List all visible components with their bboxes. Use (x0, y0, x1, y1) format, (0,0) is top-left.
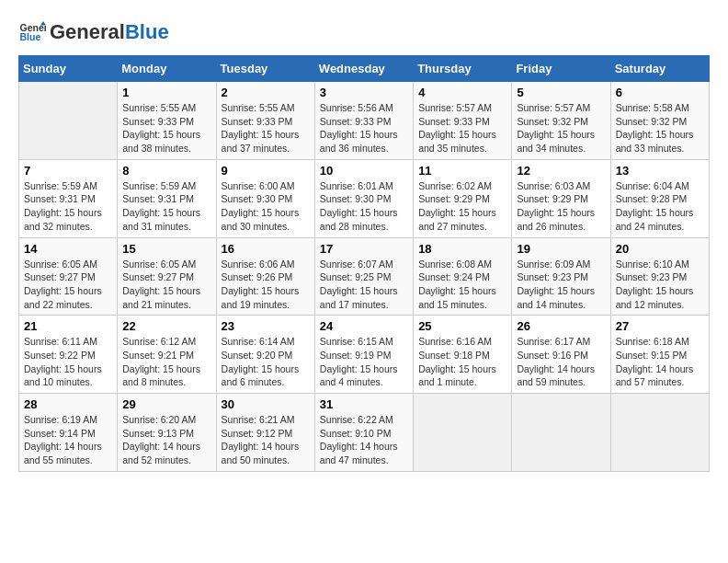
day-number: 13 (616, 164, 704, 178)
calendar-cell: 14Sunrise: 6:05 AM Sunset: 9:27 PM Dayli… (19, 237, 118, 316)
day-number: 6 (616, 86, 704, 99)
day-info: Sunrise: 6:08 AM Sunset: 9:24 PM Dayligh… (418, 258, 506, 312)
day-info: Sunrise: 6:12 AM Sunset: 9:21 PM Dayligh… (122, 335, 210, 389)
day-number: 10 (320, 164, 408, 178)
calendar-cell: 25Sunrise: 6:16 AM Sunset: 9:18 PM Dayli… (414, 316, 512, 394)
logo: General Blue GeneralBlue (18, 18, 169, 46)
day-number: 22 (122, 319, 210, 333)
day-number: 30 (222, 397, 310, 411)
day-number: 31 (320, 397, 408, 411)
logo-icon: General Blue (18, 18, 46, 46)
calendar-cell (414, 394, 512, 472)
day-number: 25 (418, 319, 506, 333)
week-row-3: 14Sunrise: 6:05 AM Sunset: 9:27 PM Dayli… (19, 237, 710, 316)
day-info: Sunrise: 6:17 AM Sunset: 9:16 PM Dayligh… (517, 335, 605, 389)
day-info: Sunrise: 5:55 AM Sunset: 9:33 PM Dayligh… (222, 101, 310, 155)
calendar-cell: 10Sunrise: 6:01 AM Sunset: 9:30 PM Dayli… (314, 159, 413, 237)
day-info: Sunrise: 6:20 AM Sunset: 9:13 PM Dayligh… (122, 413, 210, 467)
day-info: Sunrise: 5:59 AM Sunset: 9:31 PM Dayligh… (122, 179, 210, 234)
week-row-5: 28Sunrise: 6:19 AM Sunset: 9:14 PM Dayli… (19, 394, 710, 472)
day-info: Sunrise: 5:58 AM Sunset: 9:32 PM Dayligh… (616, 101, 704, 155)
day-info: Sunrise: 6:19 AM Sunset: 9:14 PM Dayligh… (24, 413, 112, 467)
calendar-cell: 3Sunrise: 5:56 AM Sunset: 9:33 PM Daylig… (314, 82, 413, 160)
week-row-1: 1Sunrise: 5:55 AM Sunset: 9:33 PM Daylig… (19, 82, 710, 160)
day-info: Sunrise: 5:57 AM Sunset: 9:32 PM Dayligh… (517, 101, 605, 155)
calendar-cell: 19Sunrise: 6:09 AM Sunset: 9:23 PM Dayli… (512, 237, 610, 316)
day-number: 20 (616, 242, 704, 256)
svg-text:Blue: Blue (20, 31, 41, 42)
day-number: 15 (122, 242, 210, 256)
calendar-cell: 8Sunrise: 5:59 AM Sunset: 9:31 PM Daylig… (118, 159, 216, 237)
day-info: Sunrise: 6:05 AM Sunset: 9:27 PM Dayligh… (24, 258, 112, 312)
day-info: Sunrise: 6:10 AM Sunset: 9:23 PM Dayligh… (616, 258, 704, 312)
day-number: 26 (517, 319, 605, 333)
calendar-cell: 18Sunrise: 6:08 AM Sunset: 9:24 PM Dayli… (414, 237, 512, 316)
calendar-cell: 31Sunrise: 6:22 AM Sunset: 9:10 PM Dayli… (314, 394, 413, 472)
day-number: 18 (418, 242, 506, 256)
day-number: 14 (24, 242, 112, 256)
calendar-cell: 9Sunrise: 6:00 AM Sunset: 9:30 PM Daylig… (216, 159, 314, 237)
days-header-row: SundayMondayTuesdayWednesdayThursdayFrid… (19, 56, 710, 82)
calendar-cell: 11Sunrise: 6:02 AM Sunset: 9:29 PM Dayli… (414, 159, 512, 237)
day-info: Sunrise: 6:22 AM Sunset: 9:10 PM Dayligh… (320, 413, 408, 467)
logo-text: GeneralBlue (50, 21, 169, 43)
day-info: Sunrise: 6:06 AM Sunset: 9:26 PM Dayligh… (222, 258, 310, 312)
calendar-cell (512, 394, 610, 472)
calendar-cell: 5Sunrise: 5:57 AM Sunset: 9:32 PM Daylig… (512, 82, 610, 160)
calendar-cell: 28Sunrise: 6:19 AM Sunset: 9:14 PM Dayli… (19, 394, 118, 472)
day-info: Sunrise: 6:21 AM Sunset: 9:12 PM Dayligh… (222, 413, 310, 467)
day-info: Sunrise: 6:04 AM Sunset: 9:28 PM Dayligh… (616, 179, 704, 234)
day-info: Sunrise: 6:07 AM Sunset: 9:25 PM Dayligh… (320, 258, 408, 312)
week-row-4: 21Sunrise: 6:11 AM Sunset: 9:22 PM Dayli… (19, 316, 710, 394)
calendar-cell: 2Sunrise: 5:55 AM Sunset: 9:33 PM Daylig… (216, 82, 314, 160)
calendar-cell: 23Sunrise: 6:14 AM Sunset: 9:20 PM Dayli… (216, 316, 314, 394)
day-number: 8 (122, 164, 210, 178)
day-info: Sunrise: 6:05 AM Sunset: 9:27 PM Dayligh… (122, 258, 210, 312)
day-number: 24 (320, 319, 408, 333)
day-header-saturday: Saturday (610, 56, 709, 82)
day-info: Sunrise: 5:57 AM Sunset: 9:33 PM Dayligh… (418, 101, 506, 155)
day-info: Sunrise: 6:15 AM Sunset: 9:19 PM Dayligh… (320, 335, 408, 389)
day-number: 28 (24, 397, 112, 411)
calendar-cell: 26Sunrise: 6:17 AM Sunset: 9:16 PM Dayli… (512, 316, 610, 394)
day-info: Sunrise: 6:14 AM Sunset: 9:20 PM Dayligh… (222, 335, 310, 389)
day-number: 12 (517, 164, 605, 178)
day-number: 4 (418, 86, 506, 99)
calendar-cell (19, 82, 118, 160)
calendar-cell: 6Sunrise: 5:58 AM Sunset: 9:32 PM Daylig… (610, 82, 709, 160)
calendar-table: SundayMondayTuesdayWednesdayThursdayFrid… (18, 55, 710, 472)
day-number: 2 (222, 86, 310, 99)
day-header-thursday: Thursday (414, 56, 512, 82)
day-number: 17 (320, 242, 408, 256)
day-header-sunday: Sunday (19, 56, 118, 82)
day-info: Sunrise: 5:59 AM Sunset: 9:31 PM Dayligh… (24, 179, 112, 234)
calendar-cell: 21Sunrise: 6:11 AM Sunset: 9:22 PM Dayli… (19, 316, 118, 394)
day-header-wednesday: Wednesday (314, 56, 413, 82)
day-info: Sunrise: 5:56 AM Sunset: 9:33 PM Dayligh… (320, 101, 408, 155)
day-info: Sunrise: 6:18 AM Sunset: 9:15 PM Dayligh… (616, 335, 704, 389)
day-info: Sunrise: 6:16 AM Sunset: 9:18 PM Dayligh… (418, 335, 506, 389)
calendar-cell: 13Sunrise: 6:04 AM Sunset: 9:28 PM Dayli… (610, 159, 709, 237)
calendar-cell: 15Sunrise: 6:05 AM Sunset: 9:27 PM Dayli… (118, 237, 216, 316)
calendar-cell: 12Sunrise: 6:03 AM Sunset: 9:29 PM Dayli… (512, 159, 610, 237)
day-number: 27 (616, 319, 704, 333)
day-number: 11 (418, 164, 506, 178)
calendar-cell: 20Sunrise: 6:10 AM Sunset: 9:23 PM Dayli… (610, 237, 709, 316)
day-number: 3 (320, 86, 408, 99)
calendar-cell (610, 394, 709, 472)
day-header-monday: Monday (118, 56, 216, 82)
day-number: 29 (122, 397, 210, 411)
day-info: Sunrise: 6:11 AM Sunset: 9:22 PM Dayligh… (24, 335, 112, 389)
day-info: Sunrise: 6:00 AM Sunset: 9:30 PM Dayligh… (222, 179, 310, 234)
calendar-cell: 27Sunrise: 6:18 AM Sunset: 9:15 PM Dayli… (610, 316, 709, 394)
day-number: 23 (222, 319, 310, 333)
day-info: Sunrise: 6:09 AM Sunset: 9:23 PM Dayligh… (517, 258, 605, 312)
calendar-cell: 24Sunrise: 6:15 AM Sunset: 9:19 PM Dayli… (314, 316, 413, 394)
day-number: 19 (517, 242, 605, 256)
calendar-cell: 22Sunrise: 6:12 AM Sunset: 9:21 PM Dayli… (118, 316, 216, 394)
calendar-cell: 16Sunrise: 6:06 AM Sunset: 9:26 PM Dayli… (216, 237, 314, 316)
day-number: 5 (517, 86, 605, 99)
calendar-cell: 1Sunrise: 5:55 AM Sunset: 9:33 PM Daylig… (118, 82, 216, 160)
day-header-friday: Friday (512, 56, 610, 82)
day-number: 16 (222, 242, 310, 256)
